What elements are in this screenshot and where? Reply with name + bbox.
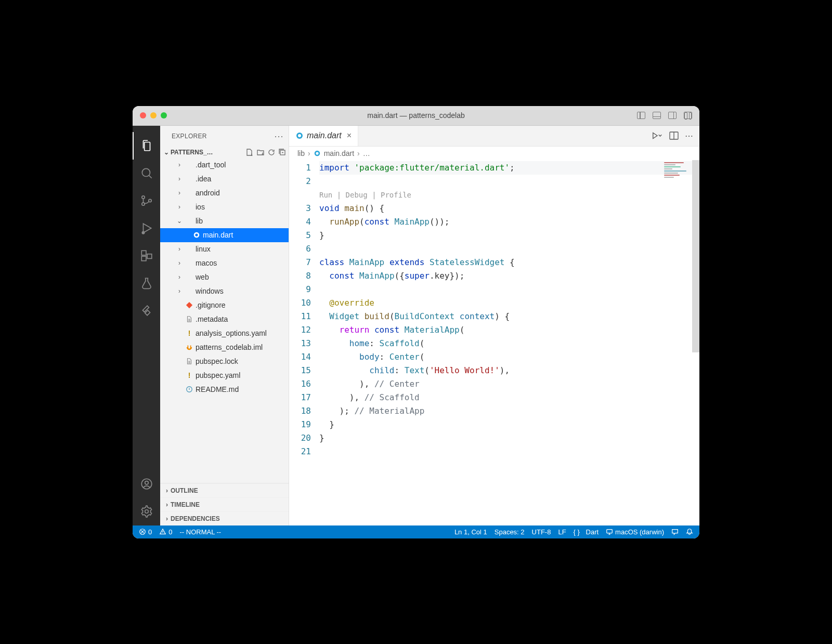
status-warnings[interactable]: 0	[159, 528, 172, 536]
title-bar: main.dart — patterns_codelab	[133, 106, 699, 126]
svg-point-1	[141, 196, 144, 199]
toggle-panel-icon[interactable]	[653, 112, 661, 119]
tree-item[interactable]: ›windows	[160, 284, 289, 298]
close-tab-icon[interactable]: ×	[347, 131, 352, 140]
file-icon	[185, 315, 193, 323]
tree-item[interactable]: !pubspec.yaml	[160, 369, 289, 383]
code-lens[interactable]: Run | Debug | Profile	[319, 188, 699, 202]
tree-item[interactable]: pubspec.lock	[160, 354, 289, 369]
file-icon	[185, 245, 193, 253]
status-vim-mode: -- NORMAL --	[179, 528, 221, 536]
maximize-window-button[interactable]	[161, 112, 167, 119]
tree-item[interactable]: ›.dart_tool	[160, 158, 289, 172]
file-icon: !	[185, 329, 193, 337]
svg-point-4	[142, 232, 144, 234]
tree-item[interactable]: README.md	[160, 383, 289, 397]
tree-item[interactable]: ›macos	[160, 256, 289, 270]
file-icon	[185, 357, 193, 365]
status-feedback-icon[interactable]	[671, 528, 679, 535]
tree-item[interactable]: patterns_codelab.iml	[160, 340, 289, 354]
tree-item[interactable]: .metadata	[160, 312, 289, 326]
new-file-icon[interactable]	[245, 148, 254, 156]
source-control-icon[interactable]	[133, 187, 160, 215]
accounts-icon[interactable]	[133, 470, 160, 498]
run-debug-icon[interactable]	[133, 215, 160, 242]
layout-controls	[637, 112, 692, 119]
tree-item[interactable]: !analysis_options.yaml	[160, 326, 289, 340]
breadcrumbs[interactable]: lib › main.dart › …	[289, 147, 699, 160]
code-content[interactable]: import 'package:flutter/material.dart'; …	[319, 160, 699, 525]
file-icon	[185, 301, 193, 309]
tree-item[interactable]: ›ios	[160, 200, 289, 214]
file-tree: ›.dart_tool›.idea›android›ios⌄libmain.da…	[160, 158, 289, 397]
tree-item[interactable]: ›web	[160, 270, 289, 284]
breadcrumb-file: main.dart	[324, 149, 354, 157]
file-icon	[185, 161, 193, 169]
project-section-header[interactable]: ⌄ PATTERNS_…	[160, 147, 289, 158]
tree-item-label: patterns_codelab.iml	[196, 343, 263, 351]
tree-item-label: README.md	[196, 385, 239, 393]
search-icon[interactable]	[133, 160, 160, 187]
breadcrumb-folder: lib	[297, 149, 305, 157]
minimize-window-button[interactable]	[150, 112, 157, 119]
status-language[interactable]: { } Dart	[574, 528, 599, 536]
scrollbar[interactable]	[692, 160, 699, 352]
status-device[interactable]: macOS (darwin)	[606, 528, 664, 536]
tree-item[interactable]: ›android	[160, 186, 289, 200]
tree-item[interactable]: .gitignore	[160, 298, 289, 312]
tree-item-label: macos	[196, 259, 217, 267]
outline-section[interactable]: ›OUTLINE	[160, 483, 289, 497]
status-cursor-position[interactable]: Ln 1, Col 1	[454, 528, 487, 536]
editor-more-icon[interactable]: ⋯	[685, 131, 693, 141]
tree-item-label: .dart_tool	[196, 161, 226, 169]
tree-item[interactable]: ›linux	[160, 242, 289, 256]
tab-main-dart[interactable]: main.dart ×	[289, 126, 358, 146]
explorer-icon[interactable]	[133, 132, 160, 160]
new-folder-icon[interactable]	[256, 148, 265, 156]
dependencies-section[interactable]: ›DEPENDENCIES	[160, 511, 289, 525]
minimap[interactable]	[664, 162, 692, 187]
tab-label: main.dart	[307, 131, 342, 140]
extensions-icon[interactable]	[133, 242, 160, 270]
svg-point-9	[145, 481, 148, 485]
tree-item-label: main.dart	[203, 231, 233, 239]
tree-item[interactable]: ⌄lib	[160, 214, 289, 228]
testing-icon[interactable]	[133, 270, 160, 297]
file-icon	[185, 287, 193, 295]
customize-layout-icon[interactable]	[684, 112, 692, 119]
dart-file-icon	[314, 150, 321, 157]
close-window-button[interactable]	[140, 112, 146, 119]
status-encoding[interactable]: UTF-8	[532, 528, 551, 536]
settings-icon[interactable]	[133, 498, 160, 525]
timeline-section[interactable]: ›TIMELINE	[160, 497, 289, 511]
tree-item-label: .metadata	[196, 315, 228, 323]
status-eol[interactable]: LF	[558, 528, 566, 536]
sidebar-title: EXPLORER	[172, 133, 207, 140]
split-editor-icon[interactable]	[669, 132, 679, 140]
svg-point-16	[298, 134, 301, 137]
svg-point-0	[142, 168, 150, 176]
status-indentation[interactable]: Spaces: 2	[495, 528, 525, 536]
collapse-all-icon[interactable]	[278, 148, 287, 156]
toggle-secondary-sidebar-icon[interactable]	[668, 112, 677, 119]
tree-item-label: .gitignore	[196, 301, 226, 309]
status-errors[interactable]: 0	[139, 528, 152, 536]
tree-item-label: lib	[196, 217, 203, 225]
tree-item[interactable]: ›.idea	[160, 172, 289, 186]
status-notifications-icon[interactable]	[686, 528, 693, 535]
tree-item-label: web	[196, 273, 209, 281]
toggle-primary-sidebar-icon[interactable]	[637, 112, 645, 119]
run-dropdown-icon[interactable]	[652, 132, 663, 140]
code-editor[interactable]: 12 3456789101112131415161718192021 impor…	[289, 160, 699, 525]
file-icon	[185, 343, 193, 351]
sidebar-more-icon[interactable]: ⋯	[274, 130, 283, 142]
svg-point-10	[145, 510, 148, 514]
svg-point-2	[141, 203, 144, 205]
file-icon	[185, 189, 193, 197]
tree-item-label: android	[196, 189, 220, 197]
window-title: main.dart — patterns_codelab	[367, 111, 465, 120]
file-icon	[185, 217, 193, 225]
tree-item[interactable]: main.dart	[160, 228, 289, 242]
refresh-icon[interactable]	[267, 148, 276, 156]
flutter-icon[interactable]	[133, 297, 160, 325]
